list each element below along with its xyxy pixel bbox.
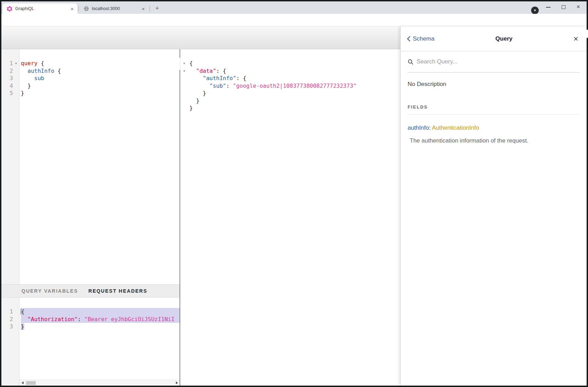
doc-field-name[interactable]: authInfo [408,124,429,131]
tab-request-headers[interactable]: REQUEST HEADERS [88,288,147,294]
tab-query-variables[interactable]: QUERY VARIABLES [22,288,78,294]
doc-explorer-panel: Schema Query × Search Query... No Descri… [400,26,587,386]
fold-arrow-empty [13,75,19,82]
fold-arrow-icon[interactable]: ▾ [13,60,19,67]
tab-close-icon[interactable]: × [69,6,75,12]
token-ws [189,68,196,74]
request-headers-editor[interactable]: 123 { "Authorization": "Bearer eyJhbGciO… [1,298,180,380]
fold-arrow-empty [180,104,188,112]
code-line: } [189,89,400,97]
doc-no-description: No Description [408,81,580,88]
new-tab-button[interactable]: + [153,5,161,13]
token-prop: "authInfo" [203,75,236,81]
token-ws [189,75,203,81]
graphiql-toolbar: GraphiQL Prettify Merge Copy History Sha… [1,26,400,49]
code-line: } [21,82,180,90]
fold-arrow-empty [13,67,19,75]
code-line: sub [21,75,180,82]
code-line: } [189,104,400,112]
line-number: 3 [1,323,13,330]
token-pun: } [21,83,31,89]
doc-search[interactable]: Search Query... [401,51,587,72]
scroll-right-arrow[interactable] [174,380,180,386]
fold-arrow-icon[interactable]: ▾ [180,67,188,75]
gutter-line: 4 [1,82,19,90]
line-number: 5 [1,89,13,97]
tab-separator [150,6,150,11]
token-str: "google-oauth2|108377380082777232373" [233,83,356,89]
horizontal-scrollbar[interactable] [19,380,180,386]
browser-toolbar: ← → localhost:3000 UO B P [1,14,587,26]
doc-title: Query [434,35,573,42]
fold-arrow-empty [13,323,19,330]
token-ws [21,316,27,322]
gutter-line [180,82,188,90]
token-pun: { [54,68,61,74]
fold-arrow-empty [13,89,19,97]
headers-editor-code[interactable]: { "Authorization": "Bearer eyJhbGciOiJSU… [19,298,180,380]
fold-arrow-empty [180,89,188,97]
response-viewer: ▾▾ { "data": { "authInfo": { "sub": "goo… [180,49,400,386]
doc-body: No Description FIELDS authInfo: Authenti… [401,72,587,144]
token-def: "data" [196,68,216,74]
code-line: } [21,89,180,97]
token-pun: } [189,105,193,111]
maximize-button[interactable] [562,4,567,10]
gutter-line: ▾ [180,60,188,67]
secondary-editor-tabs: QUERY VARIABLES REQUEST HEADERS [1,284,180,298]
code-line: { [189,60,400,67]
line-number: 2 [1,316,13,323]
token-pun: } [189,90,206,96]
fold-arrow-icon[interactable]: ▾ [180,60,188,67]
line-number: 4 [1,82,13,90]
token-pun: : { [216,68,226,74]
fold-arrow-empty [13,308,19,316]
window-caret-button[interactable]: ▼ [531,7,539,14]
globe-icon [84,6,89,11]
fold-arrow-empty [13,82,19,90]
doc-back-label: Schema [413,35,434,42]
code-line: "data": { [189,67,400,75]
doc-back-link[interactable]: Schema [407,35,434,42]
token-str: "Bearer eyJhbGciOiJSUzI1NiI [84,316,174,322]
scrollbar-thumb[interactable] [26,381,36,385]
doc-field-row: authInfo: AuthenticationInfo [408,124,580,131]
tab-close-icon[interactable]: × [140,6,146,12]
response-code: { "data": { "authInfo": { "sub": "google… [188,49,400,386]
code-line: } [189,97,400,105]
line-number: 3 [1,75,13,82]
doc-search-placeholder: Search Query... [417,58,458,65]
gutter-line [180,75,188,82]
query-editor[interactable]: 1▾2345 query { authInfo { sub }} [1,49,180,284]
doc-field-description: The authentication information of the re… [408,137,580,144]
doc-field-type[interactable]: AuthenticationInfo [432,124,479,131]
line-number: 1 [1,60,13,67]
code-line: query { [21,60,180,67]
token-pun: } [189,97,199,104]
token-pun: { [37,60,44,67]
tab-strip: GraphiQL × localhost:3000 × + ▼ × [1,1,587,14]
search-icon [408,59,414,65]
token-ws [21,68,27,74]
doc-close-icon[interactable]: × [573,35,578,42]
headers-editor-gutter: 123 [1,298,19,380]
token-pun: : { [236,75,246,81]
minimize-button[interactable] [546,4,552,10]
doc-fields-label: FIELDS [408,104,580,114]
line-number: 2 [1,67,13,75]
tab-title: localhost:3000 [92,6,120,11]
tab-graphiql[interactable]: GraphiQL × [3,3,77,14]
scroll-left-arrow[interactable] [19,380,25,386]
tab-localhost[interactable]: localhost:3000 × [79,3,148,14]
code-line: "sub": "google-oauth2|108377380082777232… [189,82,400,90]
gutter-line: 3 [1,75,19,82]
token-pun: { [189,60,193,67]
gutter-line [180,97,188,105]
token-def: "Authorization" [27,316,78,322]
query-editor-code[interactable]: query { authInfo { sub }} [19,49,180,284]
gutter-line [180,104,188,112]
close-window-button[interactable]: × [577,4,582,10]
token-prop: authInfo [27,68,54,74]
response-fold-gutter: ▾▾ [180,49,188,386]
query-editor-gutter: 1▾2345 [1,49,19,284]
